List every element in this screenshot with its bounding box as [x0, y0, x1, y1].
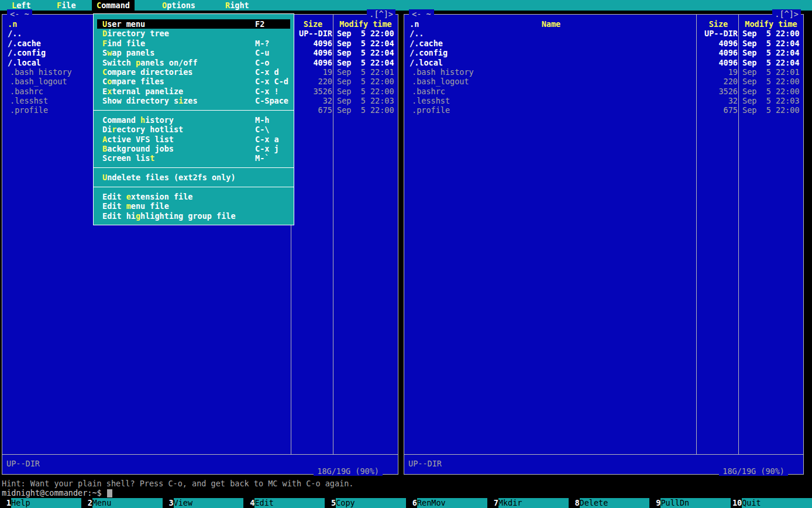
file-row-bash-history[interactable]: .bash_history19Sep 5 22:01 [405, 67, 803, 77]
file-size: 19 [697, 67, 739, 77]
menubar-item-options[interactable]: Options [157, 0, 200, 11]
menu-item-active-vfs-list[interactable]: Active VFS listC-x a [97, 135, 290, 144]
fkey-view[interactable]: 3View [163, 498, 244, 508]
menu-item-label-pre: E [102, 87, 107, 96]
file-size: 4096 [697, 39, 739, 48]
column-header-mtime[interactable]: Modify time [739, 19, 803, 29]
file-size: 4096 [697, 48, 739, 57]
menu-item-label-rest: irectory tree [107, 29, 169, 38]
menu-item-label-rest: ser menu [107, 19, 145, 29]
menu-item-command-history[interactable]: Command historyM-h [97, 115, 290, 125]
file-name: .profile [405, 105, 697, 115]
menu-item-shortcut: C-Space [255, 96, 288, 105]
menu-item-compare-files[interactable]: Compare filesC-x C-d [97, 77, 290, 86]
fkey-number: 6 [406, 498, 417, 508]
fkey-number: 5 [325, 498, 336, 508]
menu-item-label-pre: C [102, 77, 107, 86]
menu-item-switch-panels-on-off[interactable]: Switch panels on/offC-o [97, 58, 290, 67]
menu-item-label-rest: mpare files [112, 77, 164, 86]
back-arrow-icon[interactable]: <- [412, 9, 421, 19]
fkey-number: 8 [569, 498, 580, 508]
menubar-item-right[interactable]: Right [221, 0, 254, 11]
menu-item-hotkey-letter: D [102, 29, 107, 38]
file-mtime: Sep 5 22:00 [739, 105, 803, 115]
menu-label-rest: eft [16, 1, 30, 10]
file-mtime: Sep 5 22:04 [739, 48, 803, 57]
fkey-label: Help [11, 498, 81, 508]
fkey-delete[interactable]: 8Delete [569, 498, 650, 508]
menu-item-shortcut: C-x a [255, 135, 279, 144]
file-row-lesshst[interactable]: .lesshst32Sep 5 22:03 [405, 96, 803, 105]
fkey-help[interactable]: 1Help [0, 498, 81, 508]
menu-item-edit-menu-file[interactable]: Edit menu file [97, 201, 290, 211]
menu-item-label-rest: anels on/off [140, 58, 198, 67]
panel-path-right[interactable]: <- ~ [409, 9, 434, 19]
menu-item-shortcut: C-u [255, 48, 269, 57]
file-row-[interactable]: /..UP--DIRSep 5 22:00 [405, 29, 803, 38]
cursor-block [107, 489, 112, 497]
free-space-indicator: 18G/19G (90%) [314, 466, 383, 476]
file-row-bash-logout[interactable]: .bash_logout220Sep 5 22:00 [405, 77, 803, 86]
file-size: 4096 [697, 58, 739, 67]
file-size: UP--DIR [697, 29, 739, 38]
panel-controls-icons[interactable]: .[^]> [772, 9, 801, 19]
fkey-renmov[interactable]: 6RenMov [406, 498, 487, 508]
menu-item-undelete-files-ext2fs-only[interactable]: Undelete files (ext2fs only) [97, 173, 290, 182]
panel-path-left[interactable]: <- ~ [7, 9, 32, 19]
menu-item-hotkey-letter: F [102, 39, 107, 48]
menubar-item-file[interactable]: File [52, 0, 81, 11]
column-header-size[interactable]: Size [697, 19, 739, 29]
file-name: /.. [405, 29, 697, 38]
menu-item-screen-list[interactable]: Screen listM-` [97, 153, 290, 163]
fkey-number: 2 [81, 498, 92, 508]
column-separator [738, 15, 739, 455]
file-size: 3526 [697, 87, 739, 96]
menu-item-user-menu[interactable]: User menuF2 [97, 19, 290, 29]
column-header-mtime[interactable]: Modify time [334, 19, 397, 29]
menu-item-edit-highlighting-group-file[interactable]: Edit highlighting group file [97, 211, 290, 221]
menu-item-label-rest: ndelete files (ext2fs only) [107, 173, 235, 182]
file-size: 4096 [292, 39, 334, 48]
menu-item-shortcut: F2 [255, 19, 264, 29]
menu-item-label-rest: ctive VFS list [107, 135, 174, 144]
menu-item-edit-extension-file[interactable]: Edit extension file [97, 192, 290, 201]
fkey-label: Delete [580, 498, 650, 508]
file-size: 675 [697, 105, 739, 115]
file-row-profile[interactable]: .profile675Sep 5 22:00 [405, 105, 803, 115]
file-row-local[interactable]: /.local4096Sep 5 22:04 [405, 58, 803, 67]
fkey-copy[interactable]: 5Copy [325, 498, 406, 508]
file-row-bashrc[interactable]: .bashrc3526Sep 5 22:00 [405, 87, 803, 96]
menu-item-hotkey-letter: U [102, 173, 107, 182]
menu-item-background-jobs[interactable]: Background jobsC-x j [97, 144, 290, 153]
menubar-item-command[interactable]: Command [92, 0, 135, 11]
fkey-pulldn[interactable]: 9PullDn [649, 498, 731, 508]
menu-item-find-file[interactable]: Find fileM-? [97, 39, 290, 48]
menu-item-swap-panels[interactable]: Swap panelsC-u [97, 48, 290, 57]
file-row-cache[interactable]: /.cache4096Sep 5 22:04 [405, 39, 803, 48]
menu-item-shortcut: M-h [255, 115, 269, 125]
mini-status-separator [2, 454, 398, 455]
fkey-mkdir[interactable]: 7Mkdir [487, 498, 569, 508]
menu-item-external-panelize[interactable]: External panelizeC-x ! [97, 87, 290, 96]
fkey-quit[interactable]: 10Quit [731, 498, 812, 508]
fkey-edit[interactable]: 4Edit [243, 498, 325, 508]
file-size: 220 [697, 77, 739, 86]
menu-item-directory-tree[interactable]: Directory tree [97, 29, 290, 38]
column-header-name[interactable]: Name [405, 19, 697, 29]
back-arrow-icon[interactable]: <- [10, 9, 19, 19]
column-header-size[interactable]: Size [292, 19, 334, 29]
file-row-config[interactable]: /.config4096Sep 5 22:04 [405, 48, 803, 57]
fkey-number: 3 [163, 498, 174, 508]
shell-prompt[interactable]: midnight@commander:~$ [2, 488, 112, 498]
menu-item-directory-hotlist[interactable]: Directory hotlistC-\ [97, 125, 290, 134]
menu-item-show-directory-sizes[interactable]: Show directory sizesC-Space [97, 96, 290, 105]
menu-item-hotkey-letter: i [178, 96, 183, 105]
sort-indicator[interactable]: .n [410, 19, 419, 29]
sort-indicator[interactable]: .n [8, 19, 17, 29]
menu-separator-line [94, 167, 294, 168]
panel-controls-icons[interactable]: .[^]> [367, 9, 395, 19]
file-name: .bash_history [405, 67, 697, 77]
menu-item-compare-directories[interactable]: Compare directoriesC-x d [97, 67, 290, 77]
fkey-menu[interactable]: 2Menu [81, 498, 163, 508]
menu-item-shortcut: M-? [255, 39, 269, 48]
